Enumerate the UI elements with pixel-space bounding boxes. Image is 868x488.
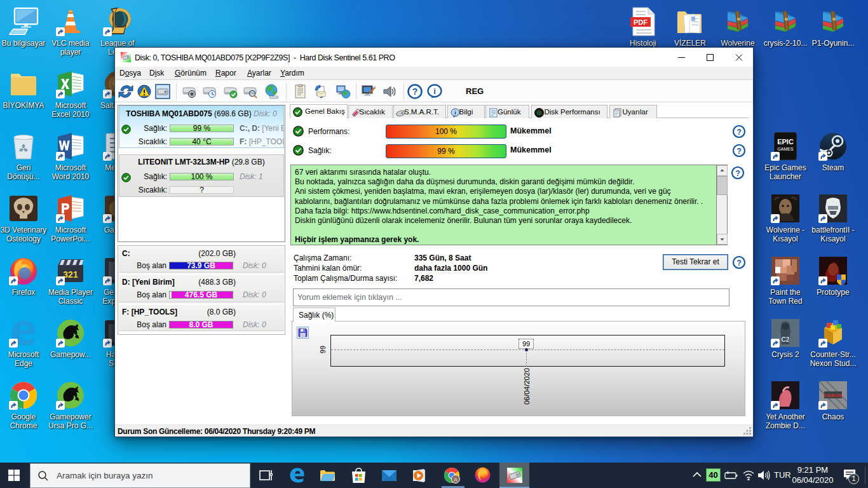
svg-text:i: i <box>433 86 436 96</box>
svg-text:?: ? <box>412 86 418 97</box>
svg-text:?: ? <box>735 169 740 178</box>
svg-text:A: A <box>454 477 458 483</box>
svg-text:EPIC: EPIC <box>777 138 794 146</box>
svg-text:?: ? <box>736 259 742 268</box>
svg-text:GAMES: GAMES <box>777 147 794 151</box>
svg-text:CHAOS: CHAOS <box>824 393 843 398</box>
svg-text:321: 321 <box>63 269 78 280</box>
svg-text:?: ? <box>736 147 742 156</box>
svg-text:PDF: PDF <box>634 18 648 26</box>
svg-text:C2: C2 <box>782 336 790 343</box>
svg-text:?: ? <box>736 128 742 137</box>
